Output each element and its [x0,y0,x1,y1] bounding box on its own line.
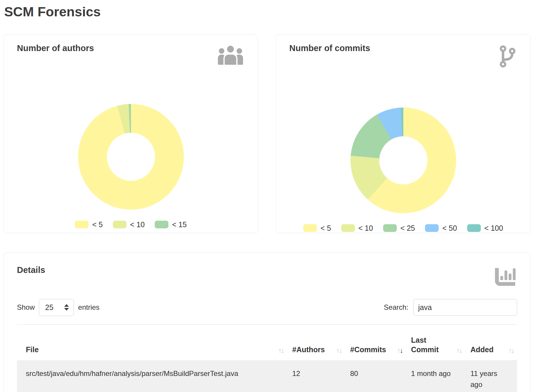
column-label: #Commits [350,345,386,355]
details-card: Details Show 25 entries Search: [4,252,530,392]
table-header-row: File↑↓#Authors↑↓#Commits↑↓Last Commit↑↓A… [17,324,517,361]
legend-label: < 100 [484,224,503,233]
legend-swatch [75,221,89,228]
commits-card: Number of commits [276,34,530,233]
chart-column-icon [493,267,517,289]
sort-icon: ↑↓ [278,346,285,355]
legend-item[interactable]: < 100 [467,224,503,233]
users-icon [217,45,244,66]
column-header-authors[interactable]: #Authors↑↓ [287,324,345,361]
table-controls: Show 25 entries Search: [17,299,517,316]
column-header-commits[interactable]: #Commits↑↓ [345,324,406,361]
authors-card-title: Number of authors [17,42,94,54]
legend-label: < 10 [358,224,373,233]
column-label: Added [470,345,494,355]
show-label: Show [17,303,35,312]
legend-swatch [113,221,127,228]
legend-item[interactable]: < 50 [425,224,457,233]
legend-label: < 5 [320,224,331,233]
entries-label: entries [78,303,99,312]
sort-icon: ↑↓ [456,346,463,355]
search-input[interactable] [413,299,517,316]
column-header-added[interactable]: Added↑↓ [465,324,517,361]
legend-item[interactable]: < 10 [341,224,373,233]
select-arrows-icon [64,304,69,311]
column-label: File [26,345,39,355]
cell-authors: 12 [287,361,345,392]
legend-item[interactable]: < 5 [303,224,331,233]
legend-label: < 10 [130,220,145,229]
legend-item[interactable]: < 10 [113,220,145,229]
legend-label: < 15 [172,220,187,229]
legend-label: < 50 [442,224,457,233]
legend-item[interactable]: < 25 [383,224,415,233]
cell-added: 11 years ago [465,361,517,392]
legend-swatch [155,221,168,228]
search-label: Search: [384,303,408,312]
page-title: SCM Forensics [4,4,534,20]
commits-donut-chart[interactable] [350,108,456,213]
cell-commits: 80 [345,361,406,392]
charts-row: Number of authors < 5< 10< 15 [4,34,530,233]
column-header-last-commit[interactable]: Last Commit↑↓ [406,324,465,361]
legend-swatch [341,224,355,232]
table-body: src/test/java/edu/hm/hafner/analysis/par… [17,361,517,392]
column-header-file[interactable]: File↑↓ [17,324,287,361]
code-branch-icon [499,45,516,69]
page-length-select[interactable]: 25 [39,299,74,316]
sort-icon: ↑↓ [397,346,403,355]
legend-swatch [383,224,397,232]
commits-card-title: Number of commits [289,42,370,54]
authors-chart-legend: < 5< 10< 15 [4,220,258,229]
details-card-title: Details [17,264,45,276]
legend-item[interactable]: < 5 [75,220,102,229]
commits-chart-legend: < 5< 10< 25< 50< 100 [276,224,530,233]
authors-card: Number of authors < 5< 10< 15 [4,34,258,233]
legend-label: < 25 [400,224,415,233]
legend-swatch [303,224,317,232]
authors-donut-chart[interactable] [78,104,184,210]
legend-item[interactable]: < 15 [155,220,187,229]
sort-icon: ↑↓ [336,346,342,355]
legend-swatch [425,224,439,232]
legend-label: < 5 [92,220,102,229]
column-label: Last Commit [411,335,454,355]
legend-swatch [467,224,481,232]
table-row[interactable]: src/test/java/edu/hm/hafner/analysis/par… [17,361,517,392]
details-table: File↑↓#Authors↑↓#Commits↑↓Last Commit↑↓A… [17,324,517,392]
cell-last-commit: 1 month ago [406,361,465,392]
cell-file: src/test/java/edu/hm/hafner/analysis/par… [17,361,287,392]
sort-icon: ↑↓ [508,346,515,355]
page-length-value: 25 [45,303,53,312]
column-label: #Authors [292,345,325,355]
